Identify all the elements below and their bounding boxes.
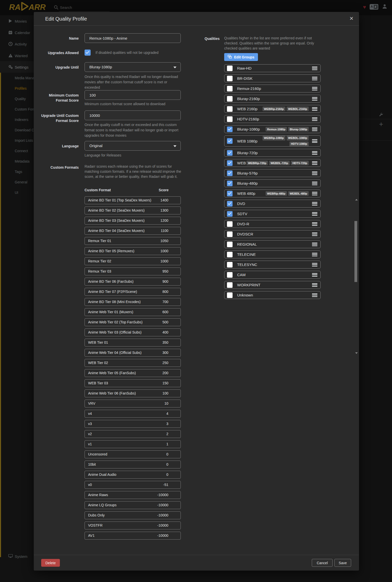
drag-handle-icon[interactable] <box>312 283 317 287</box>
quality-checkbox[interactable] <box>227 262 233 268</box>
quality-checkbox[interactable] <box>227 106 233 112</box>
quality-badge: WEBDL-1080p <box>287 136 309 140</box>
quality-checkbox[interactable] <box>227 231 233 237</box>
drag-handle-icon[interactable] <box>312 117 317 121</box>
custom-format-score[interactable]: 10 <box>164 400 168 407</box>
quality-checkbox[interactable] <box>227 201 233 207</box>
quality-checkbox[interactable] <box>227 86 233 91</box>
drag-handle-icon[interactable] <box>312 128 317 131</box>
quality-checkbox[interactable] <box>227 282 233 288</box>
custom-format-score[interactable]: 1 <box>166 441 168 448</box>
quality-checkbox[interactable] <box>227 150 233 156</box>
drag-handle-icon[interactable] <box>312 222 317 226</box>
custom-format-score[interactable]: 1100 <box>161 227 168 234</box>
custom-format-score[interactable]: 3 <box>166 420 168 428</box>
quality-checkbox[interactable] <box>227 138 233 144</box>
quality-checkbox[interactable] <box>227 221 233 227</box>
drag-handle-icon[interactable] <box>312 263 317 266</box>
cancel-button[interactable]: Cancel <box>312 559 333 567</box>
quality-checkbox[interactable] <box>227 127 233 132</box>
drag-handle-icon[interactable] <box>312 243 317 246</box>
custom-format-score[interactable]: 900 <box>162 278 168 285</box>
custom-format-score[interactable]: 4 <box>166 410 168 417</box>
custom-format-score[interactable]: 350 <box>162 339 168 346</box>
drag-handle-icon[interactable] <box>312 97 317 101</box>
drag-handle-icon[interactable] <box>312 151 317 155</box>
drag-handle-icon[interactable] <box>312 139 317 143</box>
drag-handle-icon[interactable] <box>312 293 317 297</box>
drag-handle-icon[interactable] <box>312 273 317 277</box>
min-custom-format-score-input[interactable] <box>85 90 181 100</box>
drag-handle-icon[interactable] <box>312 253 317 256</box>
quality-checkbox[interactable] <box>227 252 233 257</box>
custom-format-score[interactable]: -51 <box>163 481 168 489</box>
custom-format-score[interactable]: 600 <box>162 308 168 316</box>
custom-format-score[interactable]: 250 <box>162 359 168 367</box>
custom-format-score[interactable]: 0 <box>166 471 168 478</box>
upgrades-allowed-checkbox[interactable] <box>85 50 91 56</box>
custom-format-score[interactable]: 100 <box>162 390 168 397</box>
drag-handle-icon[interactable] <box>312 202 317 206</box>
quality-checkbox[interactable] <box>227 181 233 186</box>
edit-groups-button[interactable]: Edit Groups <box>224 53 258 61</box>
custom-format-score[interactable]: 1400 <box>160 197 168 204</box>
drag-handle-icon[interactable] <box>312 87 317 90</box>
custom-format-score[interactable]: 700 <box>162 298 168 306</box>
quality-checkbox[interactable] <box>227 272 233 278</box>
custom-format-score[interactable]: 800 <box>162 288 168 295</box>
custom-format-score[interactable]: 1000 <box>160 258 168 265</box>
custom-format-score[interactable]: -10000 <box>157 522 168 529</box>
save-button[interactable]: Save <box>334 559 351 567</box>
quality-name: REGIONAL <box>237 241 257 248</box>
drag-handle-icon[interactable] <box>312 67 317 70</box>
quality-checkbox[interactable] <box>227 66 233 71</box>
close-icon[interactable]: × <box>350 14 353 22</box>
custom-format-name: Uncensored <box>88 451 107 458</box>
custom-format-score[interactable]: 1000 <box>160 247 168 255</box>
custom-format-score[interactable]: 400 <box>162 329 168 336</box>
name-input[interactable] <box>85 33 181 43</box>
custom-format-score[interactable]: 500 <box>162 319 168 326</box>
custom-format-score[interactable]: 950 <box>162 268 168 275</box>
quality-checkbox[interactable] <box>227 191 233 196</box>
quality-checkbox[interactable] <box>227 211 233 217</box>
quality-checkbox[interactable] <box>227 242 233 247</box>
custom-format-score[interactable]: 300 <box>162 349 168 356</box>
drag-handle-icon[interactable] <box>312 77 317 80</box>
drag-handle-icon[interactable] <box>312 212 317 216</box>
custom-format-score[interactable]: 1200 <box>160 217 168 224</box>
custom-format-score[interactable]: 200 <box>162 369 168 377</box>
custom-format-row: Anime Web Tier 03 (Official Subs)400 <box>85 328 181 336</box>
custom-format-row: v22 <box>85 430 181 438</box>
drag-handle-icon[interactable] <box>312 161 317 165</box>
custom-format-score[interactable]: 1300 <box>160 207 168 214</box>
scrollbar-up-arrow[interactable] <box>355 199 358 200</box>
quality-checkbox[interactable] <box>227 96 233 102</box>
upgrade-until-select[interactable]: Bluray-1080p <box>85 62 181 72</box>
scrollbar-down-arrow[interactable] <box>355 352 358 354</box>
custom-format-score[interactable]: -10000 <box>157 512 168 519</box>
drag-handle-icon[interactable] <box>312 171 317 175</box>
quality-checkbox[interactable] <box>227 76 233 81</box>
quality-checkbox[interactable] <box>227 116 233 122</box>
drag-handle-icon[interactable] <box>312 107 317 111</box>
quality-checkbox[interactable] <box>227 292 233 298</box>
custom-format-score[interactable]: -10000 <box>157 532 168 539</box>
language-select[interactable]: Original <box>85 141 181 151</box>
upgrade-until-cfs-input[interactable] <box>85 111 181 120</box>
custom-format-score[interactable]: -10000 <box>157 491 168 499</box>
drag-handle-icon[interactable] <box>312 232 317 236</box>
quality-checkbox[interactable] <box>227 160 233 166</box>
scrollbar-thumb[interactable] <box>354 221 357 282</box>
custom-format-score[interactable]: 0 <box>166 461 168 468</box>
custom-format-score[interactable]: 2 <box>166 430 168 438</box>
modal-header: Edit Quality Profile × <box>34 12 359 26</box>
drag-handle-icon[interactable] <box>312 192 317 195</box>
drag-handle-icon[interactable] <box>312 182 317 185</box>
custom-format-score[interactable]: -10000 <box>157 501 168 509</box>
custom-format-score[interactable]: 1050 <box>160 237 168 245</box>
quality-checkbox[interactable] <box>227 170 233 176</box>
custom-format-score[interactable]: 0 <box>166 451 168 458</box>
custom-format-score[interactable]: 150 <box>162 380 168 387</box>
delete-button[interactable]: Delete <box>41 559 60 567</box>
